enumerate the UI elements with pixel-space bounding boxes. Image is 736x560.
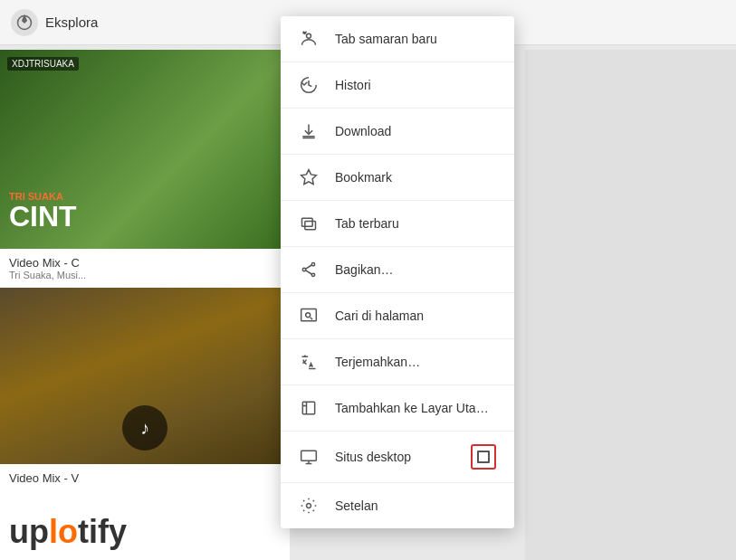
svg-rect-5 [302,218,313,226]
menu-item-settings[interactable]: Setelan [281,483,514,528]
settings-label: Setelan [335,498,496,513]
svg-point-19 [307,504,311,508]
video-title-2: Video Mix - V [9,471,281,485]
add-home-icon [299,398,319,418]
desktop-label: Situs desktop [335,450,454,464]
download-label: Download [335,124,496,138]
menu-item-incognito[interactable]: Tab samaran baru [281,16,514,62]
desktop-extra-box [471,444,496,470]
cint-label: CINT [9,202,77,231]
find-label: Cari di halaman [335,308,496,323]
translate-icon [299,352,319,372]
svg-line-14 [311,318,313,320]
brand-tag: XDJTRISUAKA [7,57,79,71]
bookmark-icon [299,167,319,187]
svg-marker-1 [23,15,27,23]
menu-item-add-home[interactable]: Tambahkan ke Layar Uta… [281,385,514,431]
menu-item-download[interactable]: Download [281,109,514,154]
svg-rect-12 [301,309,317,321]
bookmark-label: Bookmark [335,170,496,185]
tab-label: Eksplora [45,14,98,30]
add-home-label: Tambahkan ke Layar Uta… [335,401,496,415]
svg-point-9 [311,273,314,276]
translate-label: Terjemahkan… [335,355,496,369]
menu-item-share[interactable]: Bagikan… [281,247,514,292]
menu-item-find[interactable]: Cari di halaman [281,293,514,338]
new-tab-label: Tab terbaru [335,216,496,231]
svg-line-11 [306,271,312,274]
new-tab-icon [299,214,319,233]
share-label: Bagikan… [335,262,496,277]
svg-rect-16 [301,451,317,460]
context-menu: Tab samaran baru Histori Download [281,16,514,528]
desktop-icon [299,447,319,467]
svg-point-13 [306,313,311,318]
menu-item-translate[interactable]: Terjemahkan… [281,339,514,384]
menu-item-new-tab[interactable]: Tab terbaru [281,201,514,246]
svg-rect-15 [302,402,314,413]
video-thumbnail-1: XDJTRISUAKA TRI SUAKA CINT [0,50,290,249]
svg-point-2 [307,33,311,38]
video-thumbnail-2: ♪ [0,288,290,464]
video-info-2: Video Mix - V [0,464,290,492]
videos-area: XDJTRISUAKA TRI SUAKA CINT Video Mix - C… [0,50,290,560]
music-icon: ♪ [122,405,167,451]
settings-icon [299,496,319,516]
svg-marker-4 [301,170,317,185]
menu-item-desktop[interactable]: Situs desktop [281,432,514,482]
video-info-1: Video Mix - C Tri Suaka, Musi... [0,249,290,288]
video-title-1: Video Mix - C [9,256,281,270]
compass-icon [11,9,38,36]
right-side-content [525,50,736,560]
brand-lo: lo [49,513,78,550]
svg-point-7 [311,263,314,266]
history-label: Histori [335,78,496,92]
download-icon [299,121,319,141]
brand-fy: fy [98,513,127,550]
title-overlay: TRI SUAKA CINT [9,191,77,231]
svg-rect-6 [305,222,316,230]
video-card-1[interactable]: XDJTRISUAKA TRI SUAKA CINT Video Mix - C… [0,50,290,288]
svg-line-10 [306,265,312,269]
incognito-label: Tab samaran baru [335,32,496,46]
bottom-brand: uplotify [9,513,127,551]
share-icon [299,260,319,280]
brand-ti: ti [78,513,98,550]
menu-item-bookmark[interactable]: Bookmark [281,155,514,200]
brand-up: up [9,513,49,550]
video-card-2[interactable]: ♪ Video Mix - V [0,288,290,492]
incognito-icon [299,29,319,49]
menu-item-history[interactable]: Histori [281,62,514,108]
video-subtitle-1: Tri Suaka, Musi... [9,270,281,280]
find-icon [299,306,319,326]
history-icon [299,75,319,95]
svg-point-8 [302,268,305,271]
desktop-inner-square [477,451,490,463]
